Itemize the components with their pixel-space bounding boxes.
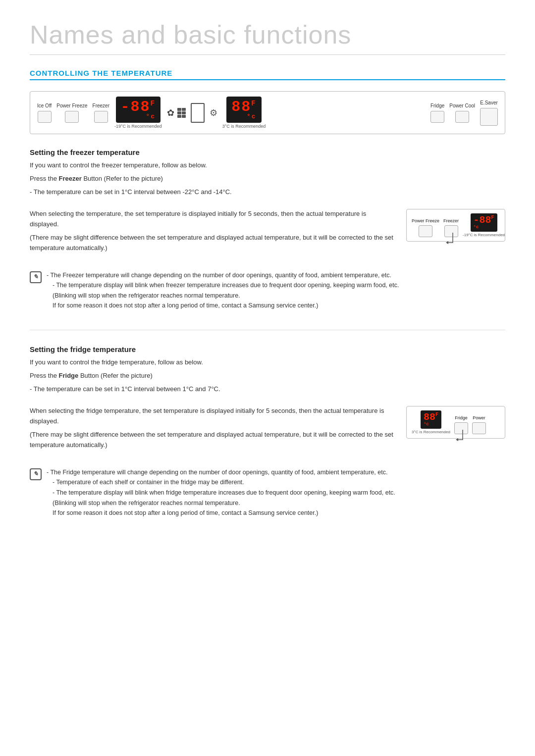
section-heading: CONTROLLING THE TEMPERATURE [30, 69, 505, 80]
mini-freezer-temp-display: -88F °c [471, 213, 497, 232]
fridge-button [430, 111, 444, 123]
fridge-display-note2: (There may be slight difference between … [30, 430, 396, 451]
esaver-section: E.Saver [480, 100, 498, 126]
fridge-section-title: Setting the fridge temperature [30, 345, 505, 353]
fridge-display-note-row: When selecting the fridge temperature, t… [30, 406, 505, 453]
middle-icons: ✿ [167, 107, 186, 118]
freezer-instruction-prefix: Press the [30, 175, 59, 182]
freezer-section: Freezer [93, 103, 109, 123]
fridge-icon [191, 103, 205, 123]
freezer-temp-sub: °c [146, 113, 156, 120]
fridge-instruction-suffix: Button (Refer the picture) [78, 372, 153, 379]
mini-freezer-label: Freezer [443, 218, 459, 223]
fridge-temp-section: Setting the fridge temperature If you wa… [30, 345, 505, 522]
mini-freezer: Freezer [443, 218, 459, 237]
fridge-intro: If you want to control the fridge temper… [30, 357, 505, 368]
mini-freezer-recommended: -19°C is Recommended [463, 233, 505, 237]
mini-fridge-temp-display: 88F °c [421, 410, 441, 429]
ice-off-label: Ice Off [37, 103, 52, 108]
fridge-icon-section [191, 103, 205, 123]
fridge-display-note: When selecting the fridge temperature, t… [30, 406, 396, 427]
fridge-note-1: - The Fridge temperature will change dep… [47, 467, 395, 478]
mini-freezer-temp: -88F °c -19°C is Recommended [463, 213, 505, 237]
mini-fridge-recommended: 3°C is Recommended [412, 430, 450, 434]
note-icon: ✎ [30, 271, 42, 283]
fridge-button-section: Fridge [430, 103, 444, 123]
mini-fridge-temp: 88F °c 3°C is Recommended [412, 410, 450, 434]
esaver-button [480, 108, 498, 126]
freezer-instruction-suffix: Button (Refer to the picture) [82, 175, 163, 182]
fridge-right-label: Fridge [430, 103, 444, 108]
power-cool-button [455, 111, 469, 123]
fridge-display-text: When selecting the fridge temperature, t… [30, 406, 396, 453]
fridge-note-3: - The temperature display will blink whe… [47, 488, 395, 498]
mini-fridge-temp-main: 88F [424, 412, 438, 422]
freezer-display-note: When selecting the temperature, the set … [30, 209, 396, 230]
freezer-pointer-arrow [446, 233, 466, 248]
freezer-display-note-row: When selecting the temperature, the set … [30, 209, 505, 256]
freezer-note-1: - The Freezer temperature will change de… [47, 270, 399, 281]
esaver-label: E.Saver [480, 100, 498, 105]
freezer-label: Freezer [93, 103, 109, 108]
fridge-notes: - The Fridge temperature will change dep… [47, 467, 395, 518]
freezer-temp-display: -88F °c [116, 97, 160, 123]
power-freeze-button [65, 111, 79, 123]
mini-freezer-temp-main: -88F [474, 215, 494, 225]
freezer-instruction-button: Freezer [59, 175, 82, 182]
freezer-display-text: When selecting the temperature, the set … [30, 209, 396, 256]
freezer-note-2: - The temperature display will blink whe… [47, 280, 399, 291]
power-freeze-section: Power Freeze [56, 103, 87, 123]
gear-section: ⚙ [210, 107, 217, 118]
fridge-instruction-prefix: Press the [30, 372, 59, 379]
control-panel-diagram: Ice Off Power Freeze Freezer -88F °c -19… [30, 91, 505, 134]
fridge-note-5: If for some reason it does not stop afte… [47, 508, 395, 518]
fridge-note-2: - Temperature of each shelf or container… [47, 477, 395, 488]
freezer-intro: If you want to control the freezer tempe… [30, 160, 505, 171]
fridge-instruction-button: Fridge [59, 372, 79, 379]
freezer-temp-range: - The temperature can be set in 1°C inte… [30, 187, 505, 198]
freezer-display-note2: (There may be slight difference between … [30, 233, 396, 253]
mini-freezer-temp-sub: °c [474, 225, 494, 230]
power-freeze-label: Power Freeze [56, 103, 87, 108]
freezer-note-4: If for some reason it does not stop afte… [47, 301, 399, 311]
fridge-note-box: ✎ - The Fridge temperature will change d… [30, 463, 505, 522]
ice-off-button [38, 111, 52, 123]
mini-power-label: Power [473, 415, 485, 420]
freezer-notes: - The Freezer temperature will change de… [47, 270, 399, 311]
fridge-recommended: 3°C is Recommended [222, 124, 266, 129]
fridge-pointer-arrow [456, 430, 476, 445]
fridge-temp-sub: °c [247, 113, 257, 120]
freezer-temp-section: Setting the freezer temperature If you w… [30, 148, 505, 315]
freezer-temp-main: -88F [121, 100, 156, 114]
mini-power-freeze: Power Freeze [412, 218, 439, 237]
fridge-panel-image: 88F °c 3°C is Recommended Fridge [406, 406, 505, 439]
mini-power-freeze-btn [419, 225, 432, 237]
mini-power-freeze-label: Power Freeze [412, 218, 439, 223]
freezer-instruction: Press the Freezer Button (Refer to the p… [30, 174, 505, 184]
freezer-note-box: ✎ - The Freezer temperature will change … [30, 266, 505, 315]
snowflake-icon: ✿ [167, 107, 174, 118]
fridge-note-4: (Blinking will stop when the refrigerato… [47, 498, 395, 508]
mini-fridge-btn-section: Fridge [454, 415, 468, 434]
grid-icon [177, 108, 186, 118]
svg-marker-1 [456, 438, 458, 441]
page-title: Names and basic functions [30, 20, 505, 55]
freezer-recommended: -19°C is Recommended [114, 124, 162, 129]
power-cool-label: Power Cool [449, 103, 475, 108]
ice-off-section: Ice Off [37, 103, 52, 123]
fridge-temp-main: 88F [231, 100, 256, 114]
mini-fridge-btn [454, 422, 468, 434]
freezer-temp-wrapper: -88F °c -19°C is Recommended [114, 97, 162, 129]
mini-fridge-label: Fridge [455, 415, 468, 420]
gear-icon: ⚙ [210, 107, 217, 118]
freezer-panel-image: Power Freeze Freezer -88F [406, 209, 505, 242]
fridge-temp-wrapper: 88F °c 3°C is Recommended [222, 97, 266, 129]
section-divider [30, 330, 505, 330]
mini-freezer-btn [444, 225, 458, 237]
fridge-instruction: Press the Fridge Button (Refer the pictu… [30, 371, 505, 381]
mini-fridge-temp-sub: °c [424, 422, 438, 427]
fridge-temp-range: - The temperature can be set in 1°C inte… [30, 384, 505, 395]
fridge-temp-display: 88F °c [226, 97, 261, 123]
power-cool-section: Power Cool [449, 103, 475, 123]
freezer-button [94, 111, 108, 123]
